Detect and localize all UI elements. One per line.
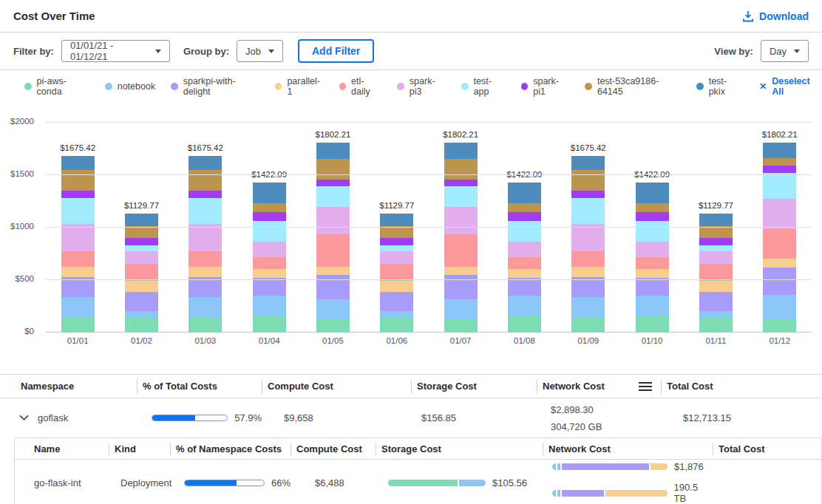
bar-segment-test-app[interactable] <box>763 173 796 199</box>
legend-item-parallel-1[interactable]: parallel-1 <box>275 76 324 97</box>
bar-segment-sparkpi-with-delight[interactable] <box>188 277 222 296</box>
bar-segment-pi-aws-conda[interactable] <box>444 319 478 333</box>
bar-stack-01/08[interactable] <box>508 183 541 332</box>
bar-stack-01/09[interactable] <box>571 156 605 332</box>
bar-segment-test-app[interactable] <box>636 221 669 242</box>
bar-segment-test-53ca9186-64145[interactable] <box>316 159 350 180</box>
bar-segment-test-app[interactable] <box>699 245 733 251</box>
bar-stack-01/06[interactable] <box>380 214 413 332</box>
bar-segment-spark-pi3[interactable] <box>636 242 669 257</box>
bar-segment-pi-aws-conda[interactable] <box>508 316 541 332</box>
column-header-pct-namespace[interactable]: % of Namespace Costs <box>170 438 291 459</box>
bar-segment-spark-pi1[interactable] <box>380 238 413 246</box>
bar-segment-notebook[interactable] <box>444 299 478 319</box>
bar-segment-notebook[interactable] <box>316 299 350 319</box>
bar-segment-test-app[interactable] <box>380 245 413 251</box>
bar-segment-etl-daily[interactable] <box>61 251 95 267</box>
bar-segment-sparkpi-with-delight[interactable] <box>61 277 95 296</box>
bar-segment-etl-daily[interactable] <box>763 229 796 259</box>
bar-segment-spark-pi1[interactable] <box>699 238 733 246</box>
table-row-go-flask-int[interactable]: go-flask-int Deployment 66% $6,488 $105.… <box>15 460 821 504</box>
column-header-namespace[interactable]: Namespace <box>0 375 137 398</box>
bar-stack-01/10[interactable] <box>636 183 669 332</box>
column-header-name[interactable]: Name <box>15 438 109 459</box>
bar-segment-notebook[interactable] <box>763 295 796 319</box>
column-header-compute[interactable]: Compute Cost <box>262 375 411 398</box>
bar-segment-test-pkix[interactable] <box>61 156 95 170</box>
bar-segment-parallel-1[interactable] <box>125 281 158 292</box>
bar-segment-spark-pi3[interactable] <box>316 207 350 234</box>
bar-segment-spark-pi3[interactable] <box>699 251 733 264</box>
bar-segment-notebook[interactable] <box>636 296 669 316</box>
download-button[interactable]: Download <box>742 10 809 22</box>
bar-segment-spark-pi3[interactable] <box>125 251 158 264</box>
bar-segment-parallel-1[interactable] <box>380 281 413 292</box>
bar-segment-spark-pi1[interactable] <box>188 191 222 198</box>
bar-stack-01/11[interactable] <box>699 214 733 332</box>
bar-segment-spark-pi1[interactable] <box>444 180 478 186</box>
bar-segment-pi-aws-conda[interactable] <box>571 318 605 332</box>
bar-segment-test-app[interactable] <box>61 198 95 225</box>
legend-item-test-app[interactable]: test-app <box>461 76 506 97</box>
bar-segment-parallel-1[interactable] <box>636 269 669 278</box>
bar-segment-etl-daily[interactable] <box>571 251 605 267</box>
bar-segment-spark-pi1[interactable] <box>253 212 286 221</box>
chevron-down-icon[interactable] <box>19 415 29 421</box>
bar-segment-pi-aws-conda[interactable] <box>253 316 286 332</box>
bar-segment-test-53ca9186-64145[interactable] <box>571 170 605 191</box>
bar-stack-01/05[interactable] <box>316 143 350 332</box>
bar-segment-spark-pi3[interactable] <box>188 224 222 251</box>
bar-segment-etl-daily[interactable] <box>699 264 733 281</box>
bar-segment-test-pkix[interactable] <box>444 143 478 159</box>
date-range-select[interactable]: 01/01/21 - 01/12/21 <box>61 40 170 62</box>
bar-segment-spark-pi3[interactable] <box>380 251 413 264</box>
column-header-compute[interactable]: Compute Cost <box>291 438 376 459</box>
bar-segment-etl-daily[interactable] <box>444 234 478 267</box>
bar-segment-pi-aws-conda[interactable] <box>763 319 796 332</box>
bar-segment-test-app[interactable] <box>571 198 605 225</box>
bar-segment-test-pkix[interactable] <box>699 214 733 227</box>
bar-stack-01/04[interactable] <box>253 183 286 332</box>
bar-segment-parallel-1[interactable] <box>763 259 796 268</box>
bar-segment-parallel-1[interactable] <box>571 267 605 277</box>
bar-segment-test-53ca9186-64145[interactable] <box>61 170 95 191</box>
bar-segment-parallel-1[interactable] <box>188 267 222 277</box>
bar-segment-etl-daily[interactable] <box>188 251 222 267</box>
bar-segment-spark-pi3[interactable] <box>571 224 605 251</box>
bar-segment-etl-daily[interactable] <box>380 264 413 281</box>
column-settings-icon[interactable] <box>639 382 652 391</box>
bar-segment-spark-pi1[interactable] <box>508 212 541 221</box>
bar-segment-test-app[interactable] <box>316 186 350 207</box>
column-header-network[interactable]: Network Cost <box>543 438 713 459</box>
bar-segment-test-53ca9186-64145[interactable] <box>508 203 541 213</box>
bar-segment-sparkpi-with-delight[interactable] <box>253 278 286 296</box>
bar-segment-spark-pi3[interactable] <box>444 207 478 234</box>
column-header-total[interactable]: Total Cost <box>713 438 821 459</box>
legend-item-spark-pi1[interactable]: spark-pi1 <box>521 76 570 97</box>
bar-segment-sparkpi-with-delight[interactable] <box>125 292 158 311</box>
view-by-select[interactable]: Day <box>761 40 809 62</box>
bar-segment-etl-daily[interactable] <box>316 234 350 267</box>
group-by-select[interactable]: Job <box>237 40 283 62</box>
bar-segment-test-pkix[interactable] <box>508 183 541 202</box>
column-header-network[interactable]: Network Cost <box>537 375 661 398</box>
bar-segment-notebook[interactable] <box>188 297 222 319</box>
legend-item-sparkpi-with-delight[interactable]: sparkpi-with-delight <box>171 76 259 97</box>
bar-segment-test-app[interactable] <box>508 221 541 242</box>
bar-segment-test-53ca9186-64145[interactable] <box>380 226 413 237</box>
bar-segment-test-pkix[interactable] <box>188 156 222 170</box>
bar-segment-test-app[interactable] <box>188 198 222 225</box>
deselect-all-button[interactable]: ✕ Deselect All <box>759 76 822 97</box>
column-header-storage[interactable]: Storage Cost <box>411 375 537 398</box>
bar-segment-test-pkix[interactable] <box>636 183 669 202</box>
bar-segment-test-pkix[interactable] <box>571 156 605 170</box>
legend-item-pi-aws-conda[interactable]: pi-aws-conda <box>24 76 89 97</box>
bar-segment-etl-daily[interactable] <box>253 257 286 269</box>
column-header-pct-total[interactable]: % of Total Costs <box>137 375 262 398</box>
bar-segment-notebook[interactable] <box>571 297 605 319</box>
legend-item-spark-pi3[interactable]: spark-pi3 <box>397 76 446 97</box>
bar-segment-test-53ca9186-64145[interactable] <box>125 226 158 237</box>
bar-segment-sparkpi-with-delight[interactable] <box>571 277 605 296</box>
bar-stack-01/03[interactable] <box>188 156 222 332</box>
column-header-total[interactable]: Total Cost <box>661 375 822 398</box>
